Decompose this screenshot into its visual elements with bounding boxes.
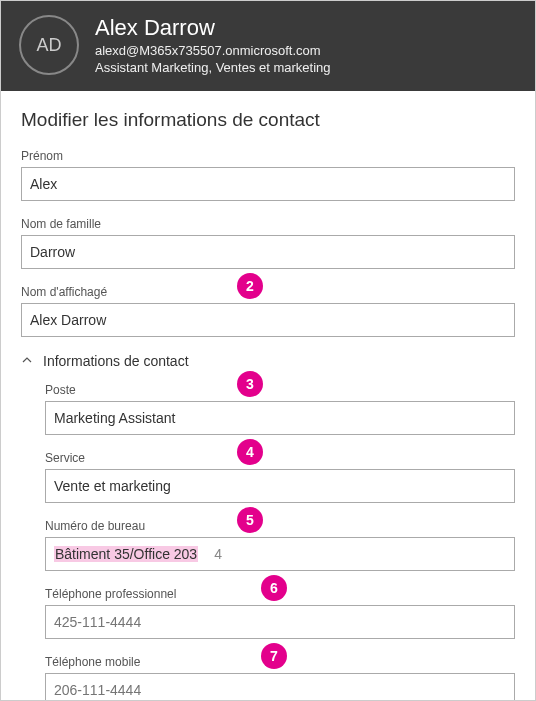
field-display-name: Nom d'affichagé 2 [21,285,515,337]
input-last-name[interactable] [21,235,515,269]
office-highlight: Bâtiment 35/Office 203 [54,546,198,562]
chevron-up-icon [21,355,33,367]
field-first-name: Prénom [21,149,515,201]
field-department: Service 4 [45,451,515,503]
field-work-phone: Téléphone professionnel 6 [45,587,515,639]
form-content: Modifier les informations de contact Pré… [1,91,535,701]
annotation-badge-5: 5 [237,507,263,533]
field-last-name: Nom de famille [21,217,515,269]
contact-section-title: Informations de contact [43,353,189,369]
header-display-name: Alex Darrow [95,15,331,41]
label-display-name: Nom d'affichagé [21,285,515,299]
header-email: alexd@M365x735507.onmicrosoft.com [95,43,331,58]
avatar: AD [19,15,79,75]
label-job-title: Poste [45,383,515,397]
input-mobile-phone[interactable] [45,673,515,701]
input-first-name[interactable] [21,167,515,201]
annotation-badge-2: 2 [237,273,263,299]
input-work-phone[interactable] [45,605,515,639]
label-first-name: Prénom [21,149,515,163]
annotation-badge-6: 6 [261,575,287,601]
input-office[interactable]: Bâtiment 35/Office 2034 [45,537,515,571]
label-last-name: Nom de famille [21,217,515,231]
input-job-title[interactable] [45,401,515,435]
header-text: Alex Darrow alexd@M365x735507.onmicrosof… [95,15,331,75]
contact-section-toggle[interactable]: Informations de contact [21,353,515,369]
office-trailing: 4 [214,546,222,562]
label-department: Service [45,451,515,465]
annotation-badge-3: 3 [237,371,263,397]
avatar-initials: AD [36,35,61,56]
header-role: Assistant Marketing, Ventes et marketing [95,60,331,75]
field-mobile-phone: Téléphone mobile 7 [45,655,515,701]
input-display-name[interactable] [21,303,515,337]
label-office: Numéro de bureau [45,519,515,533]
annotation-badge-7: 7 [261,643,287,669]
field-office: Numéro de bureau 5 Bâtiment 35/Office 20… [45,519,515,571]
annotation-badge-4: 4 [237,439,263,465]
input-department[interactable] [45,469,515,503]
field-job-title: Poste 3 [45,383,515,435]
contact-section-body: Poste 3 Service 4 Numéro de bureau 5 Bât… [21,383,515,701]
profile-header: AD Alex Darrow alexd@M365x735507.onmicro… [1,1,535,91]
form-title: Modifier les informations de contact [21,109,515,131]
